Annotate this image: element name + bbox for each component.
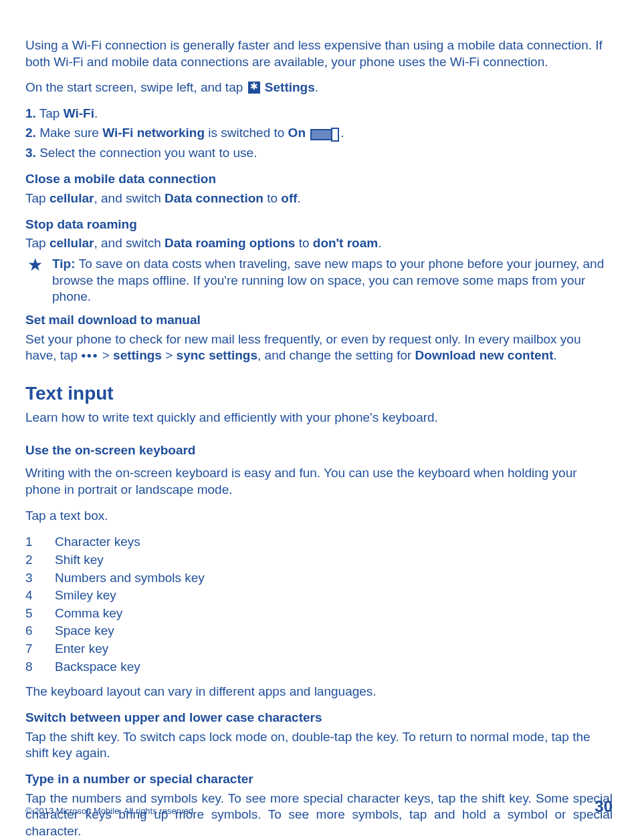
switch-case-text: Tap the shift key. To switch caps lock m… <box>25 729 613 762</box>
num: 7 <box>25 640 55 658</box>
list-item: 5Comma key <box>25 605 613 623</box>
label: Numbers and symbols key <box>55 569 205 587</box>
text-input-heading: Text input <box>25 383 613 404</box>
step-num: 3. <box>25 146 36 160</box>
mail-heading: Set mail download to manual <box>25 312 613 329</box>
text: To save on data costs when traveling, sa… <box>52 257 604 303</box>
text: . <box>553 348 556 362</box>
label: Space key <box>55 622 114 640</box>
text: , and switch <box>94 236 165 250</box>
layout-note: The keyboard layout can vary in differen… <box>25 684 613 700</box>
switch-case-heading: Switch between upper and lower case char… <box>25 710 613 726</box>
text: Tap <box>25 236 49 250</box>
text: Select the connection you want to use. <box>36 146 257 160</box>
text: > <box>98 348 113 362</box>
star-icon: ★ <box>25 256 44 305</box>
text: Tap <box>36 106 64 120</box>
text: > <box>162 348 177 362</box>
document-page: Using a Wi-Fi connection is generally fa… <box>0 0 638 840</box>
bold: off <box>281 191 297 205</box>
bold: Data roaming options <box>165 236 295 250</box>
list-item: 6Space key <box>25 622 613 640</box>
text: to <box>295 236 312 250</box>
text: , and switch <box>94 191 165 205</box>
tip-text: Tip: To save on data costs when travelin… <box>52 256 613 305</box>
bold: Wi-Fi networking <box>102 126 205 140</box>
text: to <box>263 191 281 205</box>
start-screen-line: On the start screen, swipe left, and tap… <box>25 80 613 96</box>
num: 4 <box>25 587 55 605</box>
label: Comma key <box>55 605 122 623</box>
page-number: 30 <box>595 797 613 816</box>
label: Character keys <box>55 533 140 551</box>
steps-list: 1. Tap Wi-Fi. 2. Make sure Wi-Fi network… <box>25 106 613 162</box>
tip-block: ★ Tip: To save on data costs when travel… <box>25 256 613 305</box>
list-item: 4Smiley key <box>25 587 613 605</box>
bold: On <box>288 126 306 140</box>
gear-icon <box>248 82 260 94</box>
onscreen-p2: Tap a text box. <box>25 508 613 525</box>
intro-paragraph: Using a Wi-Fi connection is generally fa… <box>25 37 613 70</box>
list-item: 7Enter key <box>25 640 613 658</box>
tip-label: Tip: <box>52 257 79 271</box>
label: Backspace key <box>55 658 140 676</box>
label: Shift key <box>55 551 104 569</box>
mail-text: Set your phone to check for new mail les… <box>25 331 613 364</box>
list-item: 8Backspace key <box>25 658 613 676</box>
bold: cellular <box>49 191 94 205</box>
text: Tap <box>25 191 49 205</box>
copyright: © 2013 Microsoft Mobile. All rights rese… <box>25 806 196 816</box>
text-input-sub: Learn how to write text quickly and effi… <box>25 410 613 426</box>
settings-label: Settings <box>265 80 315 94</box>
text: On the start screen, swipe left, and tap <box>25 80 247 94</box>
text: . <box>315 80 318 94</box>
list-item: 3Numbers and symbols key <box>25 569 613 587</box>
num: 1 <box>25 533 55 551</box>
text: Make sure <box>36 126 102 140</box>
bold: Data connection <box>165 191 263 205</box>
step-num: 1. <box>25 106 36 120</box>
text: is switched to <box>205 126 288 140</box>
num: 6 <box>25 622 55 640</box>
bold: cellular <box>49 236 94 250</box>
text: . <box>94 106 98 120</box>
stop-roaming-heading: Stop data roaming <box>25 217 613 233</box>
bold: Wi-Fi <box>64 106 94 120</box>
onscreen-heading: Use the on-screen keyboard <box>25 442 613 459</box>
label: Smiley key <box>55 587 116 605</box>
ellipsis-icon: ••• <box>81 348 98 362</box>
label: Enter key <box>55 640 108 658</box>
text: . <box>378 236 381 250</box>
bold: Download new content <box>415 348 554 362</box>
text: , and change the setting for <box>257 348 415 362</box>
bold: don't roam <box>313 236 378 250</box>
text: . <box>340 126 344 140</box>
footer: © 2013 Microsoft Mobile. All rights rese… <box>25 797 613 816</box>
onscreen-p1: Writing with the on-screen keyboard is e… <box>25 465 613 498</box>
step-2: 2. Make sure Wi-Fi networking is switche… <box>25 125 613 143</box>
bold: sync settings <box>177 348 257 362</box>
close-data-text: Tap cellular, and switch Data connection… <box>25 190 613 207</box>
text: . <box>298 191 301 205</box>
stop-roaming-text: Tap cellular, and switch Data roaming op… <box>25 235 613 252</box>
num: 2 <box>25 551 55 569</box>
num: 3 <box>25 569 55 587</box>
bold: settings <box>113 348 162 362</box>
key-list: 1Character keys 2Shift key 3Numbers and … <box>25 533 613 676</box>
list-item: 2Shift key <box>25 551 613 569</box>
close-data-heading: Close a mobile data connection <box>25 171 613 188</box>
step-3: 3. Select the connection you want to use… <box>25 145 613 162</box>
num: 8 <box>25 658 55 676</box>
step-1: 1. Tap Wi-Fi. <box>25 106 613 122</box>
type-special-heading: Type in a number or special character <box>25 771 613 788</box>
step-num: 2. <box>25 126 36 140</box>
toggle-on-icon <box>310 126 339 143</box>
num: 5 <box>25 605 55 623</box>
list-item: 1Character keys <box>25 533 613 551</box>
